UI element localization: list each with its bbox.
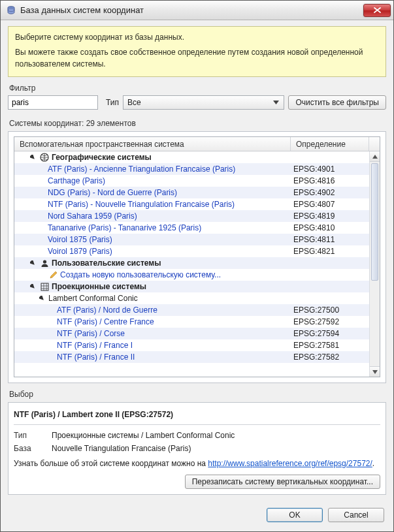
tree-item[interactable]: NTF (Paris) / Centre FranceEPSG:27592: [14, 316, 369, 328]
tree-item[interactable]: ATF (Paris) - Ancienne Triangulation Fra…: [14, 163, 369, 175]
selection-title: NTF (Paris) / Lambert zone II (EPSG:2757…: [14, 407, 380, 425]
window-title: База данных систем координат: [20, 5, 363, 15]
filter-label: Фильтр: [9, 84, 385, 93]
spatialreference-link[interactable]: http://www.spatialreference.org/ref/epsg…: [208, 459, 372, 468]
selection-type-row: Тип Проекционные системы / Lambert Confo…: [14, 429, 380, 442]
tree-panel: Вспомогательная пространственная система…: [8, 131, 386, 383]
clear-filters-button[interactable]: Очистить все фильтры: [288, 95, 386, 110]
titlebar: База данных систем координат: [1, 1, 393, 20]
dialog-body: Выберите систему координат из базы данны…: [1, 20, 393, 501]
selection-label: Выбор: [9, 390, 385, 399]
hint-line1: Выберите систему координат из базы данны…: [15, 32, 379, 43]
expand-icon[interactable]: [29, 283, 36, 290]
globe-icon: [39, 152, 50, 163]
tree-category-user[interactable]: Пользовательские системы: [14, 257, 369, 269]
type-select[interactable]: Все: [123, 95, 284, 110]
results-count: Системы координат: 29 элементов: [9, 119, 385, 128]
database-icon: [6, 5, 16, 16]
scroll-thumb[interactable]: [371, 163, 378, 281]
tree-subcategory-lcc[interactable]: Lambert Conformal Conic: [14, 292, 369, 304]
tree-item[interactable]: Voirol 1879 (Paris)EPSG:4821: [14, 245, 369, 257]
dialog-window: База данных систем координат Выберите си…: [0, 0, 394, 532]
tree-category-geo[interactable]: Географические системы: [14, 151, 369, 163]
scroll-up-button[interactable]: [370, 151, 380, 162]
expand-icon[interactable]: [29, 154, 36, 161]
overwrite-vertical-button[interactable]: Перезаписать систему вертикальных коорди…: [185, 475, 380, 489]
tree: Вспомогательная пространственная система…: [14, 136, 380, 377]
type-select-value: Все: [127, 98, 271, 107]
tree-item[interactable]: Nord Sahara 1959 (Paris)EPSG:4819: [14, 210, 369, 222]
tree-item[interactable]: NTF (Paris) - Nouvelle Triangulation Fra…: [14, 198, 369, 210]
tree-item[interactable]: Voirol 1875 (Paris)EPSG:4811: [14, 234, 369, 245]
tree-header: Вспомогательная пространственная система…: [14, 137, 380, 151]
pencil-icon: [48, 270, 58, 280]
hint-line2: Вы можете также создать свое собственное…: [15, 47, 379, 70]
tree-item[interactable]: NTF (Paris) / France IIEPSG:27582: [14, 351, 369, 363]
tree-item[interactable]: Tananarive (Paris) - Tananarive 1925 (Pa…: [14, 222, 369, 234]
filter-input[interactable]: [8, 95, 98, 110]
svg-point-3: [42, 260, 46, 263]
ok-button[interactable]: OK: [267, 508, 323, 522]
vertical-scrollbar[interactable]: [369, 151, 380, 377]
filter-row: Тип Все Очистить все фильтры: [8, 95, 386, 110]
column-def[interactable]: Определение: [291, 137, 369, 151]
chevron-down-icon: [271, 101, 281, 104]
scroll-down-button[interactable]: [370, 366, 380, 377]
tree-item[interactable]: NDG (Paris) - Nord de Guerre (Paris)EPSG…: [14, 187, 369, 198]
tree-body: Географические системы ATF (Paris) - Anc…: [14, 151, 380, 377]
tree-item[interactable]: Carthage (Paris)EPSG:4816: [14, 175, 369, 187]
expand-icon[interactable]: [29, 260, 36, 266]
tree-create-user-system[interactable]: Создать новую пользовательскую систему..…: [14, 269, 369, 281]
tree-item[interactable]: NTF (Paris) / CorseEPSG:27594: [14, 328, 369, 339]
close-button[interactable]: [363, 4, 391, 17]
cancel-button[interactable]: Cancel: [328, 508, 384, 522]
user-icon: [39, 258, 50, 268]
column-name[interactable]: Вспомогательная пространственная система: [14, 137, 291, 151]
type-label: Тип: [106, 98, 119, 107]
expand-icon[interactable]: [39, 295, 45, 302]
tree-item[interactable]: ATF (Paris) / Nord de GuerreEPSG:27500: [14, 304, 369, 316]
selection-more-info: Узнать больше об этой системе координат …: [14, 455, 380, 469]
selection-panel: NTF (Paris) / Lambert zone II (EPSG:2757…: [8, 402, 386, 495]
svg-rect-4: [41, 283, 48, 290]
grid-icon: [39, 281, 50, 292]
column-scroll: [369, 137, 380, 151]
tree-item[interactable]: NTF (Paris) / France IEPSG:27581: [14, 339, 369, 351]
dialog-footer: OK Cancel: [1, 501, 393, 531]
hint-panel: Выберите систему координат из базы данны…: [8, 26, 386, 77]
selection-base-row: База Nouvelle Triangulation Francaise (P…: [14, 442, 380, 455]
tree-category-proj[interactable]: Проекционные системы: [14, 281, 369, 292]
